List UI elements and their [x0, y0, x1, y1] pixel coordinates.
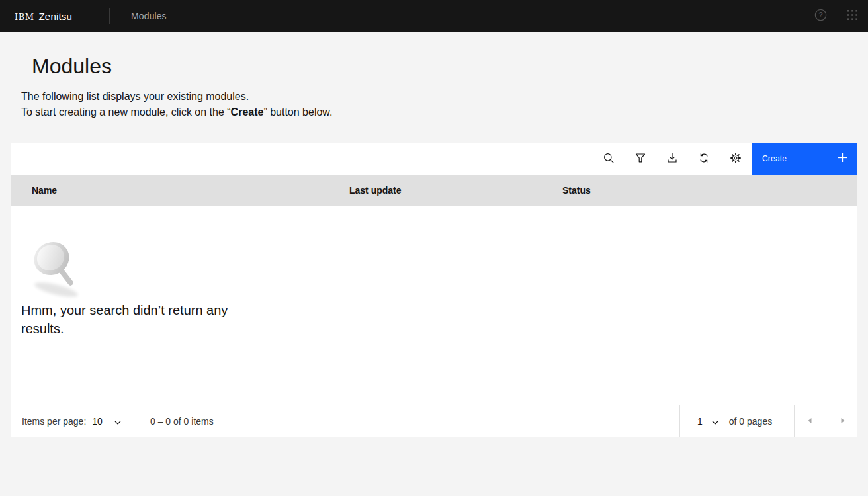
page-description: The following list displays your existin…: [21, 89, 868, 120]
chevron-down-icon: [712, 416, 718, 427]
column-header-status[interactable]: Status: [552, 185, 857, 196]
page-size-value: 10: [92, 416, 103, 427]
table-header-row: Name Last update Status: [11, 175, 857, 206]
page-number-select[interactable]: 1: [697, 416, 718, 427]
app-switcher-button[interactable]: [836, 0, 868, 32]
search-button[interactable]: [593, 143, 625, 175]
chevron-down-icon: [114, 416, 121, 427]
empty-state-message: Hmm, your search didn’t return any resul…: [21, 301, 249, 338]
breadcrumb[interactable]: Modules: [131, 11, 167, 21]
refresh-button[interactable]: [688, 143, 720, 175]
previous-page-button[interactable]: [794, 405, 826, 437]
table-body: Hmm, your search didn’t return any resul…: [11, 206, 857, 405]
page-title: Modules: [32, 54, 868, 78]
app-switcher-icon: [847, 10, 857, 22]
filter-button[interactable]: [625, 143, 656, 175]
svg-text:?: ?: [818, 11, 823, 19]
create-button-label: Create: [762, 154, 787, 163]
description-line2-prefix: To start creating a new module, click on…: [21, 106, 231, 118]
modules-table-card: Create Name Last update Status: [11, 143, 857, 437]
search-icon: [603, 153, 614, 165]
magnifier-illustration-icon: [30, 239, 89, 303]
brand-name: Zenitsu: [39, 11, 73, 22]
page-number-section: 1 of 0 pages: [679, 405, 794, 437]
download-button[interactable]: [656, 143, 688, 175]
caret-left-icon: [805, 415, 816, 428]
items-per-page-label: Items per page:: [22, 416, 86, 427]
current-page-value: 1: [697, 416, 703, 427]
item-range-value: 0 – 0 of 0 items: [150, 416, 214, 427]
help-icon: ?: [814, 9, 827, 23]
filter-icon: [635, 153, 646, 165]
pagination-bar: Items per page: 10 0 – 0 of 0 items 1 of…: [11, 405, 857, 437]
settings-gear-icon: [730, 153, 741, 165]
app-header: IBM Zenitsu Modules ?: [0, 0, 868, 32]
brand-prefix: IBM: [15, 12, 34, 22]
help-button[interactable]: ?: [804, 0, 836, 32]
brand-logo[interactable]: IBM Zenitsu: [0, 11, 72, 22]
plus-icon: [838, 153, 847, 165]
next-page-button[interactable]: [826, 405, 857, 437]
total-pages-text: of 0 pages: [729, 416, 772, 427]
description-line2-suffix: ” button below.: [263, 106, 332, 118]
page-size-select[interactable]: 10: [92, 416, 121, 427]
column-header-last-update[interactable]: Last update: [339, 185, 552, 196]
caret-right-icon: [837, 415, 847, 428]
settings-button[interactable]: [720, 143, 752, 175]
create-button[interactable]: Create: [752, 143, 857, 175]
table-toolbar: Create: [11, 143, 857, 175]
download-icon: [667, 153, 677, 165]
header-divider: [109, 8, 110, 24]
column-header-name[interactable]: Name: [11, 185, 339, 196]
item-range-text: 0 – 0 of 0 items: [138, 405, 679, 437]
refresh-icon: [699, 153, 709, 165]
description-line1: The following list displays your existin…: [21, 91, 249, 102]
description-create-word: Create: [231, 106, 264, 118]
items-per-page-section: Items per page: 10: [11, 405, 138, 437]
